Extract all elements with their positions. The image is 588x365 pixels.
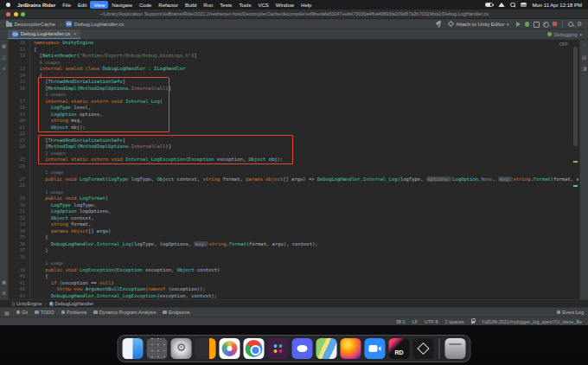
line-number[interactable]: 37: [10, 247, 30, 254]
status-38-1[interactable]: 38:1: [396, 319, 406, 324]
dock-settings[interactable]: [171, 338, 192, 359]
code-line[interactable]: 42 throw new ArgumentNullException(nameo…: [10, 286, 578, 293]
menu-vcs[interactable]: VCS: [254, 1, 272, 9]
code-line[interactable]: 10namespace UnityEngine: [10, 40, 578, 47]
error-stripe-mark[interactable]: [573, 161, 578, 163]
code-line[interactable]: 33 string format,: [10, 221, 578, 228]
settings-icon[interactable]: [576, 20, 584, 28]
stop-icon[interactable]: [551, 20, 559, 28]
code-line[interactable]: 40 {: [10, 273, 578, 280]
run-configuration-selector[interactable]: Attach to Unity Editor ▾: [444, 21, 513, 27]
notifications-icon[interactable]: ◔: [583, 43, 585, 48]
profiler-icon[interactable]: [541, 20, 549, 28]
menu-window[interactable]: Window: [272, 1, 297, 9]
scrollbar-thumb[interactable]: [573, 47, 578, 146]
dock-chrome[interactable]: [244, 338, 265, 359]
line-number[interactable]: 32: [10, 215, 30, 222]
dock-maps[interactable]: [316, 338, 337, 359]
code-line[interactable]: 31 LogOption logOptions,: [10, 208, 578, 215]
line-number[interactable]: 16: [10, 86, 30, 93]
chevron-down-icon[interactable]: ▾: [579, 32, 582, 37]
close-tab-icon[interactable]: ×: [74, 31, 77, 36]
line-number[interactable]: 36: [10, 241, 30, 248]
code-vision-hint[interactable]: 1 usage: [10, 170, 578, 176]
code-line[interactable]: 36 DebugLogHandler.Internal_Log(logType,…: [10, 241, 578, 248]
tab-debug-loghandler[interactable]: C# Debug.LogHandler.cs ×: [8, 29, 80, 39]
code-line[interactable]: 39 public void LogException(Exception ex…: [10, 267, 578, 274]
minimize-window-button[interactable]: [14, 12, 18, 16]
zoom-window-button[interactable]: [21, 12, 25, 16]
menu-tools[interactable]: Tools: [235, 1, 254, 9]
line-number[interactable]: 21: [10, 125, 30, 131]
code-line[interactable]: 38: [10, 254, 578, 261]
line-number[interactable]: 24: [10, 144, 30, 150]
line-number[interactable]: 25: [10, 157, 30, 163]
menubar-clock[interactable]: Mon 11 Apr 12:18 PM: [532, 3, 582, 8]
dock-rider[interactable]: RD: [389, 338, 410, 359]
error-stripe-mark[interactable]: [573, 185, 578, 187]
code-line[interactable]: 28: [10, 182, 578, 189]
commit-icon[interactable]: ◫: [2, 54, 6, 60]
breadcrumb-debugloghandler[interactable]: CDebugLogHandler: [49, 301, 94, 306]
toolwindow-endpoints[interactable]: Endpoints: [163, 310, 189, 315]
line-number[interactable]: 42: [10, 286, 30, 293]
problems-icon[interactable]: ≣: [2, 291, 6, 296]
line-number[interactable]: 27: [10, 176, 30, 183]
apple-menu-icon[interactable]: [6, 3, 10, 7]
dock-launchpad[interactable]: [147, 338, 168, 359]
code-line[interactable]: 43 DebugLogHandler.Internal_LogException…: [10, 293, 578, 300]
menu-tests[interactable]: Tests: [216, 1, 235, 9]
line-number[interactable]: 10: [10, 40, 30, 47]
tool-window-switcher-icon[interactable]: ▦: [4, 310, 10, 316]
code-line[interactable]: 27 public void LogFormat(LogType logType…: [10, 176, 578, 183]
line-number[interactable]: 40: [10, 273, 30, 280]
line-number[interactable]: 23: [10, 138, 30, 144]
wifi-icon[interactable]: [498, 3, 505, 7]
line-number[interactable]: 31: [10, 208, 30, 215]
window-titlebar[interactable]: ~/Library/Application Support/JetBrains/…: [0, 10, 588, 19]
toolwindow-git[interactable]: Git: [16, 310, 29, 315]
code-line[interactable]: 35 {: [10, 234, 578, 241]
git-branch-widget[interactable]: YuZUM-2021/mylogger_log_spec/YU_issue_Be: [482, 319, 582, 324]
line-number[interactable]: 13: [10, 66, 30, 73]
toolwindow-problems[interactable]: Problems: [61, 310, 87, 315]
battery-icon[interactable]: [485, 3, 493, 7]
debug-icon[interactable]: [523, 20, 531, 28]
close-window-button[interactable]: [6, 12, 10, 16]
line-number[interactable]: 22: [10, 131, 30, 138]
line-number[interactable]: 34: [10, 228, 30, 235]
spotlight-search-icon[interactable]: [510, 3, 515, 8]
line-number[interactable]: 35: [10, 234, 30, 241]
code-vision-hint[interactable]: 1 usage: [10, 189, 578, 196]
line-number[interactable]: 26: [10, 163, 30, 170]
line-number[interactable]: 29: [10, 195, 30, 202]
terminal-icon[interactable]: ▣: [2, 279, 6, 285]
line-number[interactable]: 30: [10, 202, 30, 209]
code-line[interactable]: 11{: [10, 47, 578, 54]
navbar-crumb-debug-loghandler-cs[interactable]: C#Debug.LogHandler.cs: [64, 21, 125, 27]
line-number[interactable]: 33: [10, 221, 30, 228]
build-solution-icon[interactable]: [435, 20, 443, 28]
status-lf[interactable]: LF: [412, 319, 417, 324]
dock-discord[interactable]: [292, 338, 313, 359]
menu-code[interactable]: Code: [136, 1, 155, 9]
project-icon[interactable]: ▦: [2, 43, 6, 48]
menu-navigate[interactable]: Navigate: [108, 1, 136, 9]
menu-refactor[interactable]: Refactor: [155, 1, 182, 9]
code-line[interactable]: 41 if (exception == null): [10, 280, 578, 287]
line-number[interactable]: 18: [10, 105, 30, 112]
code-line[interactable]: 13 internal sealed class DebugLogHandler…: [10, 66, 578, 73]
code-line[interactable]: 30 LogType logType,: [10, 202, 578, 209]
line-number[interactable]: 43: [10, 293, 30, 300]
code-line[interactable]: 29 public void LogFormat(: [10, 195, 578, 202]
dock-trash[interactable]: [445, 338, 466, 359]
line-number[interactable]: 14: [10, 73, 30, 80]
breadcrumb-unityengine[interactable]: {}UnityEngine: [12, 301, 42, 306]
line-number[interactable]: 11: [10, 47, 30, 54]
dock-unity[interactable]: [413, 338, 434, 359]
coverage-icon[interactable]: [533, 20, 540, 28]
dock-photos[interactable]: [220, 338, 240, 359]
line-number[interactable]: 28: [10, 182, 30, 189]
line-number[interactable]: 12: [10, 53, 30, 60]
play-icon[interactable]: [514, 20, 522, 28]
